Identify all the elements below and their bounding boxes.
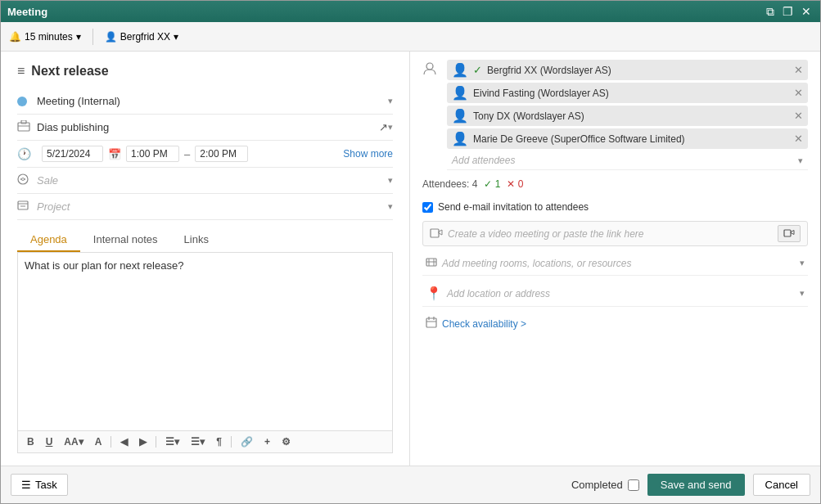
video-placeholder[interactable]: Create a video meeting or paste the link… bbox=[448, 228, 773, 240]
start-time-input[interactable] bbox=[126, 146, 179, 162]
attendee-4-close-icon[interactable]: ✕ bbox=[794, 133, 803, 145]
editor-sep-1 bbox=[111, 436, 111, 448]
sale-row: Sale ▾ bbox=[17, 168, 393, 194]
video-icon bbox=[430, 227, 443, 241]
task-label: Task bbox=[35, 479, 57, 491]
underline-button[interactable]: U bbox=[42, 434, 57, 449]
user-icon: 👤 bbox=[105, 31, 117, 43]
company-dropdown-icon[interactable]: ▾ bbox=[388, 122, 393, 133]
clock-icon: 🕐 bbox=[17, 147, 37, 160]
project-row: Project ▾ bbox=[17, 194, 393, 220]
type-label: Meeting (Internal) bbox=[37, 95, 388, 107]
completed-label-text: Completed bbox=[571, 479, 623, 491]
tab-links[interactable]: Links bbox=[171, 228, 222, 252]
sale-icon bbox=[17, 173, 37, 187]
right-panel: 👤 ✓ Bergfrid XX (Wordslayer AS) ✕ 👤 Eivi… bbox=[410, 52, 820, 466]
completed-checkbox[interactable] bbox=[628, 479, 639, 491]
company-label: Dias publishing bbox=[37, 121, 379, 133]
editor-toolbar: B U AA▾ A ◀ ▶ ☰▾ ☰▾ ¶ 🔗 + ⚙ bbox=[17, 431, 393, 453]
attendee-2-close-icon[interactable]: ✕ bbox=[794, 87, 803, 99]
attendee-row: 👤 Marie De Greeve (SuperOffice Software … bbox=[447, 128, 808, 149]
attendee-3-name: Tony DX (Wordslayer AS) bbox=[473, 110, 789, 122]
editor-sep-2 bbox=[156, 436, 156, 448]
task-button[interactable]: ☰ Task bbox=[11, 474, 68, 496]
video-create-button[interactable] bbox=[778, 225, 801, 242]
toolbar: 🔔 15 minutes ▾ 👤 Bergfrid XX ▾ bbox=[1, 22, 820, 52]
window-title: Meeting bbox=[7, 6, 47, 18]
attendee-count-green: ✓ 1 bbox=[484, 178, 500, 190]
more-options-button[interactable]: ⚙ bbox=[277, 434, 295, 449]
task-list-icon: ☰ bbox=[21, 479, 31, 491]
agenda-text-area[interactable]: What is our plan for next release? bbox=[17, 253, 393, 431]
date-input[interactable] bbox=[42, 146, 103, 162]
attendee-3-close-icon[interactable]: ✕ bbox=[794, 110, 803, 122]
project-content[interactable]: Project bbox=[37, 200, 388, 213]
footer-left: ☰ Task bbox=[11, 474, 68, 496]
add-attendees-placeholder[interactable]: Add attendees bbox=[452, 155, 793, 166]
bell-icon: 🔔 bbox=[9, 31, 21, 43]
sale-content[interactable]: Sale bbox=[37, 174, 388, 187]
agenda-content: What is our plan for next release? bbox=[25, 259, 183, 272]
availability-icon bbox=[426, 317, 437, 331]
close-icon[interactable]: ✕ bbox=[799, 5, 814, 19]
title-bar: Meeting ⧉ ❐ ✕ bbox=[1, 1, 820, 22]
location-dropdown-icon[interactable]: ▾ bbox=[800, 288, 805, 299]
editor-sep-3 bbox=[231, 436, 232, 448]
company-link-icon[interactable]: ↗ bbox=[379, 121, 388, 133]
tab-internal-notes[interactable]: Internal notes bbox=[80, 228, 171, 252]
rooms-icon bbox=[426, 256, 437, 270]
user-chevron-icon: ▾ bbox=[174, 31, 178, 43]
maximize-icon[interactable]: ❐ bbox=[780, 5, 796, 19]
end-time-input[interactable] bbox=[195, 146, 248, 162]
check-availability-link[interactable]: Check availability > bbox=[442, 318, 526, 330]
restore-icon[interactable]: ⧉ bbox=[764, 5, 777, 19]
attendee-count-total: Attendees: 4 bbox=[422, 178, 477, 190]
resources-placeholder[interactable]: Add meeting rooms, locations, or resourc… bbox=[442, 258, 795, 269]
font-color-button[interactable]: A bbox=[91, 434, 106, 449]
cancel-button[interactable]: Cancel bbox=[753, 474, 810, 496]
resources-dropdown-icon[interactable]: ▾ bbox=[800, 258, 805, 268]
attendees-list: 👤 ✓ Bergfrid XX (Wordslayer AS) ✕ 👤 Eivi… bbox=[447, 60, 808, 170]
tab-agenda[interactable]: Agenda bbox=[17, 228, 80, 252]
attendee-1-close-icon[interactable]: ✕ bbox=[794, 64, 803, 76]
align-left-button[interactable]: ◀ bbox=[116, 434, 132, 449]
svg-point-3 bbox=[18, 174, 28, 184]
insert-button[interactable]: + bbox=[260, 434, 274, 449]
title-hamburger-icon: ≡ bbox=[17, 64, 25, 79]
left-panel: ≡ Meeting (Internal) ▾ Dias publis bbox=[1, 52, 410, 466]
attendee-row: 👤 Eivind Fasting (Wordslayer AS) ✕ bbox=[447, 83, 808, 103]
attendee-1-name: Bergfrid XX (Wordslayer AS) bbox=[487, 65, 789, 76]
video-meeting-row: Create a video meeting or paste the link… bbox=[422, 221, 808, 246]
add-attendees-dropdown-icon[interactable]: ▾ bbox=[798, 155, 803, 166]
attendee-3-user-icon: 👤 bbox=[452, 108, 468, 124]
show-more-link[interactable]: Show more bbox=[343, 148, 393, 160]
svg-rect-4 bbox=[18, 201, 28, 209]
location-placeholder[interactable]: Add location or address bbox=[447, 288, 795, 299]
save-send-button[interactable]: Save and send bbox=[647, 474, 745, 496]
bullet-list-button[interactable]: ☰▾ bbox=[161, 434, 183, 449]
reminder-selector[interactable]: 🔔 15 minutes ▾ bbox=[9, 31, 81, 43]
calendar-icon[interactable]: 📅 bbox=[108, 148, 121, 160]
email-invitation-row: Send e-mail invitation to attendees bbox=[422, 198, 808, 216]
meeting-title-input[interactable] bbox=[31, 64, 393, 79]
numbered-list-button[interactable]: ☰▾ bbox=[187, 434, 209, 449]
time-dash: – bbox=[184, 148, 190, 160]
company-row: Dias publishing ↗ ▾ bbox=[17, 115, 393, 141]
bold-button[interactable]: B bbox=[23, 434, 38, 449]
datetime-row: 🕐 📅 – Show more bbox=[17, 141, 393, 168]
email-invitation-checkbox[interactable] bbox=[422, 202, 433, 213]
user-selector[interactable]: 👤 Bergfrid XX ▾ bbox=[105, 31, 178, 43]
attendee-2-user-icon: 👤 bbox=[452, 85, 468, 101]
project-dropdown-icon[interactable]: ▾ bbox=[388, 201, 393, 212]
attendee-4-name: Marie De Greeve (SuperOffice Software Li… bbox=[473, 133, 789, 145]
paragraph-button[interactable]: ¶ bbox=[212, 434, 226, 449]
type-dropdown-icon[interactable]: ▾ bbox=[388, 96, 393, 106]
svg-point-7 bbox=[426, 63, 433, 70]
align-center-button[interactable]: ▶ bbox=[135, 434, 151, 449]
link-button[interactable]: 🔗 bbox=[237, 434, 257, 449]
meeting-window: Meeting ⧉ ❐ ✕ 🔔 15 minutes ▾ 👤 Bergfrid … bbox=[0, 0, 821, 504]
project-placeholder: Project bbox=[37, 200, 388, 213]
sale-dropdown-icon[interactable]: ▾ bbox=[388, 175, 393, 186]
project-icon bbox=[17, 200, 37, 214]
font-size-button[interactable]: AA▾ bbox=[60, 434, 87, 449]
